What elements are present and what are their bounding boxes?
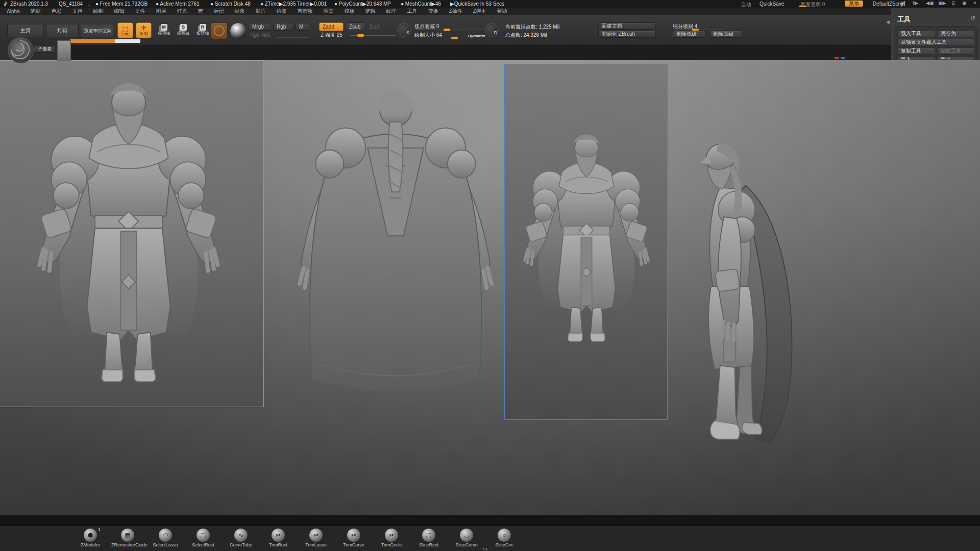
scale-button[interactable]: S 缩放轴: [174, 24, 192, 36]
menu-zscript[interactable]: Z脚本: [473, 8, 486, 15]
progress-orange-segment: [70, 39, 115, 43]
collapse-right-tray-icon[interactable]: ‖▶: [913, 1, 918, 6]
tool-palette-title[interactable]: 工具: [897, 15, 911, 24]
home-button[interactable]: 主页: [7, 24, 44, 37]
mrgb-button[interactable]: Mrgb: [249, 23, 271, 31]
menu-tool[interactable]: 工具: [407, 8, 418, 15]
rgb-button[interactable]: Rgb: [273, 23, 293, 31]
init-zbrush-button[interactable]: 初始化 ZBrush: [598, 31, 656, 38]
m-button[interactable]: M: [296, 23, 309, 31]
menu-movie[interactable]: 影片: [256, 8, 266, 15]
menu-marker[interactable]: 标记: [214, 8, 224, 15]
menu-texture[interactable]: 纹理: [386, 8, 397, 15]
brush-slicecirc[interactable]: ○ SliceCirc: [488, 529, 521, 547]
menu-preferences[interactable]: 首选项: [298, 8, 313, 15]
brush-selectlasso[interactable]: ◠ SelectLasso: [149, 529, 182, 547]
brush-trimlasso[interactable]: ✂ TrimLasso: [300, 529, 332, 547]
auto-label[interactable]: 自动: [741, 1, 751, 8]
brush-label: SelectLasso: [153, 542, 178, 547]
paste-tool-button[interactable]: 粘贴工具: [937, 47, 975, 55]
stroke-type-icon[interactable]: S: [397, 23, 411, 37]
alpha-brush-thumbnail[interactable]: [8, 37, 34, 63]
zadd-button[interactable]: Zadd: [319, 22, 344, 31]
save-as-button[interactable]: 另存为: [937, 30, 975, 37]
del-higher-button[interactable]: 删除高级: [709, 31, 742, 38]
brush-label: SliceCurve: [455, 542, 478, 547]
focal-shift-handle[interactable]: [444, 29, 450, 31]
restore-icon[interactable]: ▣: [962, 1, 967, 6]
brush-zmodeler[interactable]: ⬢1 ZModeler: [74, 529, 107, 547]
close-icon[interactable]: ✕: [973, 1, 977, 6]
lazy-letter: D: [494, 30, 498, 35]
zcut-button[interactable]: Zcut: [369, 24, 379, 30]
preview-boolean-button[interactable]: 预览布尔渲染: [81, 24, 114, 37]
quicksave-button[interactable]: QuickSave: [760, 1, 784, 7]
edit-button[interactable]: ⬚ Edit: [117, 22, 133, 38]
menu-edit[interactable]: 编辑: [114, 8, 125, 15]
menu-draw[interactable]: 绘制: [93, 8, 104, 15]
copy-tool-button[interactable]: 复制工具: [897, 47, 935, 55]
brush-curvetube[interactable]: ∿ CurveTube: [225, 529, 257, 547]
menu-layer[interactable]: 图层: [156, 8, 166, 15]
brush-thumbnail[interactable]: [211, 22, 228, 39]
focal-shift-slider[interactable]: 焦点衰减 0: [414, 23, 439, 30]
stat-scratch-disk: ● Scratch Disk 48: [210, 1, 251, 7]
menu-stencil[interactable]: 模板: [345, 8, 355, 15]
partial-thumbnail[interactable]: [57, 40, 71, 61]
menu-material[interactable]: 材质: [235, 8, 245, 15]
menu-picker[interactable]: 拾取: [277, 8, 287, 15]
menu-stroke[interactable]: 笔触: [365, 8, 376, 15]
lightbox-button[interactable]: 灯箱: [46, 24, 79, 37]
z-intensity-handle[interactable]: [357, 34, 364, 37]
new-document-button[interactable]: 新建文档: [598, 22, 656, 30]
menu-color[interactable]: 色彩: [52, 8, 62, 15]
shelf-collapse-arrows[interactable]: ▾▴: [483, 547, 488, 551]
menu-alpha[interactable]: Alpha: [7, 9, 20, 14]
menu-macro[interactable]: 宏: [198, 8, 203, 15]
ui-transparency-handle[interactable]: [799, 6, 806, 7]
draw-button[interactable]: ✛ 绘 制: [136, 22, 152, 38]
subpixel-button[interactable]: 子像素: [34, 46, 56, 53]
menu-help[interactable]: 帮助: [497, 8, 507, 15]
del-lower-button[interactable]: 删除低级: [673, 31, 705, 38]
dynamic-toggle[interactable]: Dynamic: [468, 34, 485, 38]
material-sphere[interactable]: [230, 22, 247, 39]
layout-next-icon[interactable]: ▣▶: [938, 1, 946, 6]
brush-zremesherguide[interactable]: ▦ ZRemesherGuide: [111, 529, 144, 547]
layout-prev-icon[interactable]: ◀▣: [926, 1, 934, 6]
sculpt-canvas[interactable]: [0, 60, 980, 515]
load-from-project-button[interactable]: 从项目文件载入工具: [897, 39, 975, 46]
brush-selectrect[interactable]: ⬚ SelectRect: [187, 529, 219, 547]
lazy-mouse-icon[interactable]: D: [485, 23, 499, 37]
brush-trimrect[interactable]: ✂ TrimRect: [262, 529, 295, 547]
z-intensity-slider[interactable]: Z 强度 25: [321, 32, 342, 39]
brush-slicecurve[interactable]: ◡ SliceCurve: [450, 529, 483, 547]
menu-light[interactable]: 灯光: [177, 8, 187, 15]
minimize-icon[interactable]: ≣: [951, 1, 955, 6]
brush-trimcircle[interactable]: ✂ TrimCircle: [375, 529, 408, 547]
viewport-side-view[interactable]: [669, 70, 852, 512]
move-button[interactable]: M 移动轴: [155, 24, 173, 36]
menu-render[interactable]: 渲染: [324, 8, 334, 15]
menu-button[interactable]: 菜单: [845, 1, 863, 7]
draw-size-handle[interactable]: [451, 37, 458, 39]
brush-trimcurve[interactable]: ✂ TrimCurve: [337, 529, 370, 547]
zsub-button[interactable]: Zsub: [346, 22, 366, 31]
stat-ztime: ● ZTime▶2.935 Timer▶0.001: [260, 1, 327, 7]
bottom-brush-shelf: ⬢1 ZModeler ▦ ZRemesherGuide ◠ SelectLas…: [0, 525, 980, 551]
rgb-intensity-slider[interactable]: Rgb 强度: [250, 32, 271, 39]
menu-document[interactable]: 文档: [72, 8, 83, 15]
viewport-threequarter-view[interactable]: [504, 64, 668, 420]
viewport-back-view[interactable]: [276, 68, 516, 422]
collapse-left-tray-icon[interactable]: ◀‖: [900, 1, 905, 6]
load-tool-button[interactable]: 载入工具: [897, 30, 935, 37]
brush-slicerect[interactable]: ⬚ SliceRect: [412, 529, 445, 547]
viewport-front-view[interactable]: [0, 60, 264, 407]
rotate-button[interactable]: R 旋转轴: [193, 24, 212, 36]
menu-transform[interactable]: 变换: [428, 8, 438, 15]
menu-zplugin[interactable]: Z插件: [449, 8, 462, 15]
menu-brush[interactable]: 笔刷: [31, 8, 41, 15]
restore-configuration-icon[interactable]: ↺: [970, 14, 975, 21]
menu-file[interactable]: 文件: [135, 8, 145, 15]
tray-divider-icon[interactable]: ◀: [886, 19, 890, 24]
